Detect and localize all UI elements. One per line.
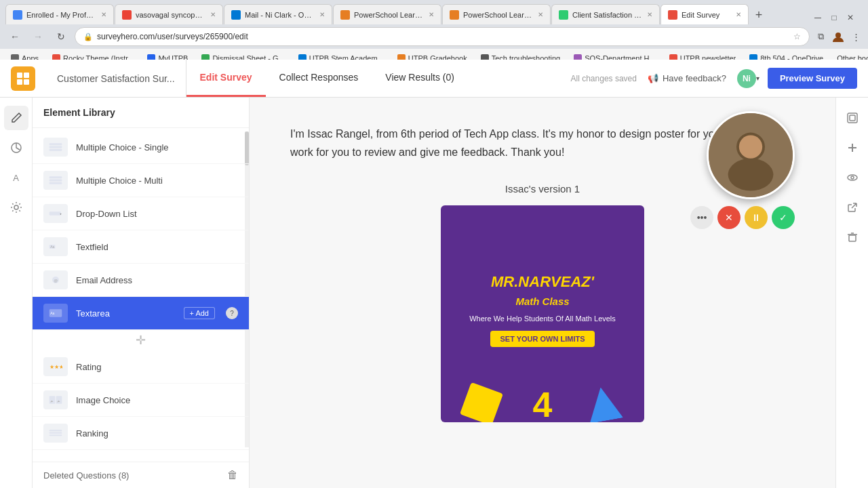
svg-rect-26 [50, 434, 62, 436]
element-mc-multi-label: Multiple Choice - Multi [76, 176, 163, 186]
browser-tab-1[interactable]: Enrolled - My Professi... ✕ [5, 4, 114, 24]
drag-handle-area: ✛ [33, 330, 249, 350]
forward-button[interactable]: → [28, 27, 47, 46]
translate-tool-button[interactable]: A [4, 165, 28, 190]
tab-label-4: PowerSchool Learning... [354, 11, 425, 19]
browser-tab-3[interactable]: Mail - Ni Clark - Outlo... ✕ [224, 4, 332, 24]
settings-tool-button[interactable] [4, 195, 28, 220]
right-eye-button[interactable] [840, 165, 865, 190]
poster-image: MR.NARVEAZ' Math Class Where We Help Stu… [441, 205, 644, 422]
rating-icon: ★★★ [43, 357, 68, 376]
video-bubble [707, 111, 795, 199]
close-window-button[interactable]: ✕ [844, 11, 857, 24]
refresh-button[interactable]: ↻ [52, 27, 71, 46]
right-icon-sidebar [835, 98, 868, 488]
user-avatar[interactable]: Ni [737, 69, 756, 88]
element-email[interactable]: @ Email Address [33, 264, 249, 297]
svg-point-29 [728, 159, 774, 191]
right-trash-button[interactable] [840, 225, 865, 249]
video-controls: ••• ✕ ⏸ ✓ [690, 206, 795, 229]
megaphone-icon: 📢 [648, 73, 658, 83]
menu-icon[interactable]: ⋮ [849, 30, 863, 43]
ranking-icon [43, 424, 68, 443]
tab-label-6: Client Satisfaction Sur... [572, 11, 643, 19]
element-textfield[interactable]: Aa Textfield [33, 230, 249, 264]
address-bar[interactable]: 🔒 surveyhero.com/user/surveys/265900/edi… [75, 27, 810, 46]
browser-tab-5[interactable]: PowerSchool Learning... ✕ [442, 4, 551, 24]
minimize-button[interactable]: ─ [811, 11, 825, 24]
svg-rect-1 [17, 73, 22, 78]
video-options-button[interactable]: ••• [690, 206, 713, 229]
tab-close-2[interactable]: ✕ [210, 11, 216, 18]
mc-multi-icon [43, 171, 68, 190]
tab-close-1[interactable]: ✕ [101, 11, 106, 18]
textarea-add-button[interactable]: + Add [184, 307, 215, 319]
right-layers-button[interactable] [840, 106, 865, 130]
browser-tab-4[interactable]: PowerSchool Learning... ✕ [333, 4, 441, 24]
edit-tool-button[interactable] [4, 106, 28, 130]
element-textarea-label: Textarea [76, 308, 110, 319]
user-menu-chevron[interactable]: ▾ [756, 75, 760, 82]
tab-favicon-6 [559, 10, 568, 20]
poster-teacher: MR.NARVEAZ' [491, 273, 594, 291]
extensions-icon[interactable]: ⧉ [814, 30, 827, 43]
element-library-header: Element Library [33, 98, 249, 128]
svg-point-36 [851, 176, 854, 179]
deleted-trash-icon[interactable]: 🗑 [227, 469, 238, 481]
element-textarea[interactable]: Aa Textarea + Add ? [33, 297, 249, 330]
app-nav: Customer Satisfaction Sur... Edit Survey… [0, 60, 868, 98]
element-image-choice[interactable]: Image Choice [33, 384, 249, 417]
element-mc-single[interactable]: Multiple Choice - Single [33, 131, 249, 164]
tab-close-4[interactable]: ✕ [429, 11, 434, 18]
profile-icon[interactable] [831, 30, 845, 43]
svg-rect-11 [50, 180, 62, 182]
deleted-questions-label: Deleted Questions (8) [43, 470, 129, 481]
svg-rect-13 [50, 211, 61, 216]
element-rating[interactable]: ★★★ Rating [33, 350, 249, 384]
new-tab-button[interactable]: + [749, 5, 768, 24]
right-share-button[interactable] [840, 195, 865, 220]
translate-icon: A [13, 173, 19, 183]
svg-point-0 [835, 33, 841, 38]
tab-close-5[interactable]: ✕ [538, 11, 543, 18]
poster-cta: SET YOUR OWN LIMITS [490, 331, 594, 347]
maximize-button[interactable]: □ [827, 11, 841, 24]
element-email-label: Email Address [76, 275, 132, 285]
svg-rect-2 [24, 73, 29, 78]
nav-tab-edit[interactable]: Edit Survey [186, 60, 266, 97]
tab-favicon-1 [13, 10, 22, 20]
browser-tab-6[interactable]: Client Satisfaction Sur... ✕ [551, 4, 660, 24]
survey-title[interactable]: Customer Satisfaction Sur... [46, 60, 186, 97]
element-dropdown[interactable]: Drop-Down List [33, 197, 249, 230]
right-plus-button[interactable] [840, 136, 865, 160]
nav-tab-results[interactable]: View Results (0) [372, 60, 468, 97]
browser-tab-2[interactable]: vasovagal syncope - G... ✕ [115, 4, 223, 24]
feedback-button[interactable]: 📢 Have feedback? [648, 73, 726, 83]
svg-rect-25 [50, 432, 62, 434]
poster-tagline: Where We Help Students Of All Math Level… [469, 314, 616, 323]
video-pause-button[interactable]: ⏸ [745, 206, 768, 229]
design-tool-button[interactable] [4, 136, 28, 160]
tab-label-3: Mail - Ni Clark - Outlo... [245, 11, 315, 19]
tab-label-5: PowerSchool Learning... [463, 11, 534, 19]
textfield-icon: Aa [43, 237, 68, 256]
tab-close-3[interactable]: ✕ [319, 11, 325, 18]
textarea-icon: Aa [43, 304, 68, 323]
back-button[interactable]: ← [5, 27, 24, 46]
video-close-button[interactable]: ✕ [717, 206, 741, 229]
video-confirm-button[interactable]: ✓ [772, 206, 795, 229]
tab-close-6[interactable]: ✕ [647, 11, 652, 18]
tab-close-7[interactable]: ✕ [736, 11, 741, 18]
svg-point-6 [14, 205, 18, 209]
tab-favicon-4 [340, 10, 350, 20]
preview-survey-button[interactable]: Preview Survey [768, 68, 857, 89]
element-mc-multi[interactable]: Multiple Choice - Multi [33, 164, 249, 197]
svg-point-30 [739, 135, 762, 158]
textarea-help-button[interactable]: ? [226, 307, 238, 319]
element-ranking[interactable]: Ranking [33, 417, 249, 450]
tab-favicon-7 [668, 10, 677, 20]
tab-favicon-3 [231, 10, 241, 20]
nav-tab-collect[interactable]: Collect Responses [266, 60, 372, 97]
browser-tab-7[interactable]: Edit Survey ✕ [660, 4, 749, 24]
tab-label-2: vasovagal syncope - G... [136, 11, 206, 19]
